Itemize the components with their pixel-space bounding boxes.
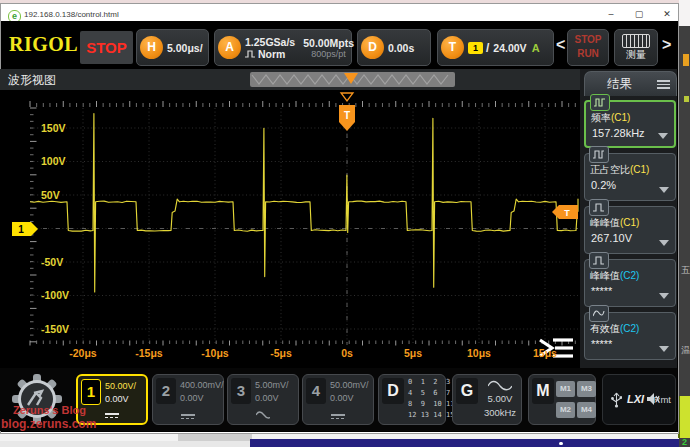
background-window-fleck xyxy=(684,96,689,102)
window-close-button[interactable]: ✕ xyxy=(656,7,678,22)
channel-offset: 0.00V xyxy=(105,394,129,404)
h-key-icon[interactable]: H xyxy=(140,36,163,59)
meas-source: (C1) xyxy=(630,164,649,175)
meas-name: 峰峰值 xyxy=(590,270,620,281)
run-state-indicator[interactable]: STOP xyxy=(80,31,133,64)
channel-scale: 50.00mV/ xyxy=(330,380,369,390)
math-slot-m2[interactable]: M2 xyxy=(556,402,575,418)
time-label: 10μs xyxy=(457,347,501,359)
channel4-button[interactable]: 4 50.00mV/ 0.00V xyxy=(302,374,374,425)
meas-dropdown-icon[interactable] xyxy=(659,346,669,352)
digital-row: 4 5 6 7 xyxy=(408,389,450,397)
meas-source: (C1) xyxy=(611,112,630,123)
volt-label: 50V xyxy=(41,189,60,201)
dc-coupling-icon xyxy=(331,414,345,419)
trigger-position-flag-label: T xyxy=(344,110,350,121)
meas-name: 有效值 xyxy=(590,323,620,334)
window-maximize-button[interactable]: ▢ xyxy=(628,7,650,22)
header-prev-arrow[interactable]: < xyxy=(556,36,565,54)
trigger-level-value: 24.00V xyxy=(493,42,526,54)
measurement-card-vpp-c1[interactable]: 峰峰值(C1) 267.10V xyxy=(584,206,676,254)
d-channels-key: D xyxy=(382,378,404,404)
channel2-button[interactable]: 2 400.00mV/ 0.00V xyxy=(152,374,224,425)
background-window-highlight xyxy=(678,396,690,438)
math-slot-m1[interactable]: M1 xyxy=(556,381,575,397)
time-label: -20μs xyxy=(61,347,105,359)
time-label: -10μs xyxy=(193,347,237,359)
duty-meas-icon xyxy=(589,146,609,163)
digital-channels-button[interactable]: D 0 1 2 3 4 5 6 7 8 9 10 11 12 13 14 15 xyxy=(378,374,446,425)
tab-waveform-view[interactable]: 波形视图 xyxy=(8,72,56,89)
measurement-card-rms-c2[interactable]: 有效值(C2) ***** xyxy=(584,312,676,360)
timebase-value: 5.00μs/ xyxy=(167,42,203,54)
window-minimize-button[interactable]: – xyxy=(600,7,622,22)
a-key-icon[interactable]: A xyxy=(218,36,241,59)
browser-url[interactable]: 192.168.0.138/control.html xyxy=(24,10,119,19)
measurement-card-frequency[interactable]: 频率(C1) 157.28kHz xyxy=(584,100,676,148)
acq-mode: Norm xyxy=(258,48,285,60)
meas-source: (C2) xyxy=(620,270,639,281)
time-label: 5μs xyxy=(391,347,435,359)
results-header[interactable]: 结果 xyxy=(584,71,677,96)
measurement-card-duty[interactable]: 正占空比(C1) 0.2% xyxy=(584,153,676,201)
sine-icon xyxy=(488,380,512,391)
vpp-meas-icon xyxy=(589,199,609,216)
volt-label: -150V xyxy=(41,323,69,335)
generator-button[interactable]: G 5.00V 300kHz xyxy=(452,374,522,425)
stop-run-button[interactable]: STOP RUN xyxy=(567,29,609,66)
meas-name: 频率 xyxy=(591,112,611,123)
browser-titlebar[interactable]: e 192.168.0.138/control.html – ▢ ✕ xyxy=(0,3,679,22)
trigger-button[interactable]: T 1 / 24.00V A xyxy=(437,29,554,66)
meas-value: ***** xyxy=(591,285,612,297)
math-button[interactable]: M M1 M3 M2 M4 xyxy=(528,374,596,425)
channel-scale: 400.00mV/ xyxy=(180,380,224,390)
channel-number: 2 xyxy=(156,378,176,404)
delay-button[interactable]: D 0.00s xyxy=(357,29,431,66)
time-label: -5μs xyxy=(259,347,303,359)
meas-dropdown-icon[interactable] xyxy=(659,240,669,246)
background-taskband xyxy=(250,439,690,447)
meas-dropdown-icon[interactable] xyxy=(659,187,669,193)
results-menu-icon[interactable] xyxy=(657,80,670,91)
header-next-arrow[interactable]: > xyxy=(662,36,671,54)
channel1-marker-icon[interactable] xyxy=(12,222,38,236)
meas-dropdown-icon[interactable] xyxy=(658,133,668,139)
meas-name: 正占空比 xyxy=(590,164,630,175)
math-slot-m4[interactable]: M4 xyxy=(577,402,596,418)
acquire-button[interactable]: A 1.25GSa/s Norm 50.00Mpts 800ps/pt xyxy=(214,29,352,66)
d-key-icon[interactable]: D xyxy=(361,36,384,59)
measure-button[interactable]: 测量 xyxy=(614,29,658,66)
background-notification-badge: 2 xyxy=(682,437,687,447)
meas-value: ***** xyxy=(591,338,612,350)
waveform-svg: T 1 T xyxy=(0,90,580,368)
t-key-icon[interactable]: T xyxy=(441,36,464,59)
scrollbar-trigger-position-icon[interactable] xyxy=(344,73,358,84)
memory-depth: 50.00Mpts xyxy=(303,37,354,49)
lxi-indicator: LXI xyxy=(627,393,644,405)
trigger-slope-icon: / xyxy=(486,41,489,55)
remote-indicator: Rmt xyxy=(654,394,671,405)
channel-number: 1 xyxy=(81,379,101,405)
background-text-fragment: 温 xyxy=(681,344,690,357)
channel3-button[interactable]: 3 5.00mV/ 0.00V xyxy=(227,374,299,425)
trigger-position-outline-icon[interactable] xyxy=(341,93,353,101)
background-window-fleck xyxy=(683,54,689,66)
background-window-sliver xyxy=(679,0,690,447)
math-slot-m3[interactable]: M3 xyxy=(577,381,596,397)
vpp-meas-icon xyxy=(589,252,609,269)
measurement-card-vpp-c2[interactable]: 峰峰值(C2) ***** xyxy=(584,259,676,307)
run-label: RUN xyxy=(568,47,608,61)
channel1-marker-label: 1 xyxy=(18,224,24,235)
channel-offset: 0.00V xyxy=(330,393,354,403)
meas-dropdown-icon[interactable] xyxy=(659,293,669,299)
frequency-meas-icon xyxy=(590,94,610,111)
volt-label: -50V xyxy=(41,256,63,268)
ac-coupling-icon xyxy=(256,411,270,419)
background-window-titlebar-sliver xyxy=(679,0,690,26)
meas-value: 267.10V xyxy=(591,232,632,244)
time-label: 0s xyxy=(325,347,369,359)
horizontal-scale-button[interactable]: H 5.00μs/ xyxy=(136,29,209,66)
rms-meas-icon xyxy=(589,305,609,322)
status-indicators: LXI Rmt xyxy=(602,374,676,425)
desktop: 2 e 192.168.0.138/control.html – ▢ ✕ RIG… xyxy=(0,0,690,447)
